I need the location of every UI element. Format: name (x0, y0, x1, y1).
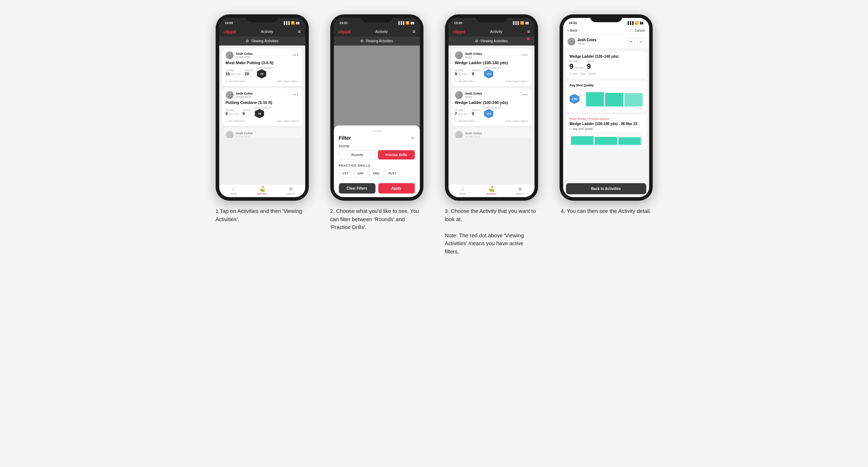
dots-menu-3-2[interactable]: ••• (522, 92, 528, 97)
wifi-icon-2: 🛜 (406, 21, 409, 25)
quality-label-3-1: Shot Quality (484, 67, 501, 69)
phone-notch-3 (475, 14, 508, 22)
viewing-banner-1[interactable]: ⚙ Viewing Activities (219, 37, 305, 46)
activity-card-1-2[interactable]: Josh Coles 28 Feb 2023 ••• Putting Combi… (222, 88, 302, 126)
detail-avatar (567, 38, 575, 46)
stat-group-score-3-2: Score 7 OUT OF (455, 109, 467, 116)
avatar-3-2 (455, 91, 463, 99)
player-activity-row: Player Activity > Practice Session (570, 117, 643, 120)
app-nav-1: clippd Activity ≡ (219, 27, 305, 37)
footer-right-3-1: Data: Clippd Capture (506, 80, 528, 83)
step2-container: 13:21 ▐▐▐ 🛜 ▮▮ clippd Activity ≡ ⚙ Vi (327, 14, 427, 232)
step3-container: 13:20 ▐▐▐ 🛜 ▮▮ clippd Activity ≡ ⚙ Vi (441, 14, 542, 256)
tag-app[interactable]: APP (354, 170, 367, 177)
score-value-1-1: 10 OUT OF (226, 72, 241, 76)
activity-card-3-2[interactable]: Josh Coles Today ••• Wedge Ladder (100-1… (451, 88, 532, 126)
apply-button[interactable]: Apply (378, 183, 415, 194)
user-name-3-1: Josh Coles (465, 52, 482, 56)
avg-quality-badge: 130 (570, 94, 580, 104)
dots-menu-1-1[interactable]: ••• (293, 53, 299, 58)
menu-icon-3[interactable]: ≡ (527, 29, 530, 34)
rounds-toggle[interactable]: Rounds (339, 150, 376, 159)
activity-card-3-1[interactable]: Josh Coles Today ••• Wedge Ladder (100-1… (451, 48, 532, 86)
score-label-1-2: Score (226, 109, 238, 111)
drills-toggle[interactable]: Practice Drills (378, 150, 415, 159)
quality-badge-1-1: 75 (257, 69, 266, 78)
detail-content: Wedge Ladder (100–140 yds) Score 9 OUT O… (563, 49, 649, 183)
banner-text-3: Viewing Activities (480, 39, 508, 43)
chart-x-label: APP (638, 107, 642, 109)
activity-card-3-3: Josh Coles 28 Feb 2023 (451, 128, 532, 138)
user-info-3-2: Josh Coles Today (465, 92, 482, 99)
shots-value-1-2: 9 (243, 111, 250, 116)
activity-title-1-2: Putting Combine (3-15 ft) (226, 100, 299, 105)
signal-icon: ▐▐▐ (283, 21, 289, 25)
viewing-banner-3[interactable]: ⚙ Viewing Activities (449, 37, 534, 46)
menu-icon-2[interactable]: ≡ (412, 29, 415, 34)
tag-ott[interactable]: OTT (339, 170, 352, 177)
menu-icon-1[interactable]: ≡ (298, 29, 301, 34)
nav-home-1[interactable]: ⌂ Home (219, 186, 248, 195)
nav-capture-1[interactable]: ⊕ Capture (277, 186, 305, 195)
page-container: 13:20 ▐▐▐ 🛜 ▮▮ clippd Activity ≡ ⚙ Vi (212, 14, 656, 256)
caption-text-4: 4. You can then see the Activity detail. (561, 207, 651, 215)
score-label-3-2: Score (455, 109, 467, 111)
edit-icon-button[interactable]: ✏ (627, 38, 635, 46)
user-name-1-1: Josh Coles (236, 52, 253, 56)
mini-bar-2 (595, 137, 617, 145)
detail-user-info: Josh Coles Today (577, 38, 596, 45)
nav-home-3[interactable]: ⌂ Home (449, 186, 477, 195)
bar-2 (605, 93, 623, 107)
detail-meta: ⓘ Data: Clippd Capture (570, 72, 643, 76)
caption-2: 2. Choose what you'd like to see. You ca… (330, 207, 423, 232)
clear-filters-button[interactable]: Clear Filters (339, 183, 375, 194)
app-nav-2: clippd Activity ≡ (334, 27, 420, 37)
cancel-button[interactable]: Cancel (634, 29, 644, 32)
battery-icon-2: ▮▮ (411, 21, 414, 25)
nav-activities-1[interactable]: ⛳ Activities (248, 186, 277, 195)
nav-activities-3[interactable]: ⛳ Activities (477, 186, 506, 195)
activity-card-1-1[interactable]: Josh Coles 28 Feb 2023 ••• Must Make Put… (222, 48, 302, 86)
phone-1: 13:20 ▐▐▐ 🛜 ▮▮ clippd Activity ≡ ⚙ Vi (216, 14, 309, 201)
score-label-1-1: Score (226, 69, 241, 72)
card-footer-1-2: ⓘ Test Information Data: Clippd Capture (226, 120, 299, 123)
capture-label-1: Capture (286, 192, 295, 195)
stat-group-shots-1-1: Shots 20 (245, 69, 253, 76)
back-to-activities-button[interactable]: Back to Activities (566, 183, 646, 194)
card-header-1-2: Josh Coles 28 Feb 2023 ••• (226, 91, 299, 99)
shots-stat-group: Shots 9 (587, 60, 595, 71)
activities-list-3: Josh Coles Today ••• Wedge Ladder (100-1… (449, 46, 534, 184)
stat-group-score-3-1: Score 9 OUT OF (455, 69, 467, 76)
shots-label-3-1: Shots (472, 69, 480, 72)
wifi-icon: 🛜 (291, 21, 295, 25)
mini-chart (570, 132, 643, 146)
filter-close-icon[interactable]: ✕ (411, 135, 415, 141)
footer-left-1-2: ⓘ Test Information (226, 120, 245, 123)
stats-row-1-2: Score 0 OUT OF Shots 9 (226, 106, 299, 118)
user-date-3-3: 28 Feb 2023 (465, 135, 482, 138)
player-activity-link[interactable]: Practice Session (589, 117, 609, 120)
tag-arg[interactable]: ARG (369, 170, 383, 177)
nav-capture-3[interactable]: ⊕ Capture (506, 186, 534, 195)
chart-body-row: 130 140 100 50 0 (570, 89, 643, 109)
session-title: Wedge Ladder (100-140 yds) - 06 Mar 23 (570, 122, 643, 126)
caption-4: 4. You can then see the Activity detail. (561, 207, 651, 215)
card-user-3-1: Josh Coles Today (455, 51, 482, 59)
expand-icon-button[interactable]: ⤢ (637, 38, 645, 46)
x-axis-label: APP (583, 107, 643, 109)
tag-putt[interactable]: PUTT (385, 170, 400, 177)
stats-row-3-2: Score 7 OUT OF Shots 9 (455, 106, 528, 118)
footer-left-1-1: ⓘ Test Information (226, 80, 245, 83)
detail-user-date: Today (577, 42, 596, 45)
status-icons-4: ▐▐▐ 🛜 ▮▮ (627, 21, 643, 25)
dots-menu-1-2[interactable]: ••• (293, 92, 299, 97)
capture-label-3: Capture (515, 192, 524, 195)
viewing-banner-2[interactable]: ⚙ Viewing Activities (334, 37, 420, 46)
card-user-1-1: Josh Coles 28 Feb 2023 (226, 51, 253, 59)
card-header-1-3: Josh Coles 28 Feb 2023 (226, 131, 299, 138)
back-button[interactable]: < Back (567, 29, 577, 32)
user-date-1-3: 28 Feb 2023 (236, 135, 253, 138)
nav-title-1: Activity (239, 29, 295, 34)
dots-menu-3-1[interactable]: ••• (522, 53, 528, 58)
activity-detail-title: Wedge Ladder (100–140 yds) (570, 54, 643, 58)
